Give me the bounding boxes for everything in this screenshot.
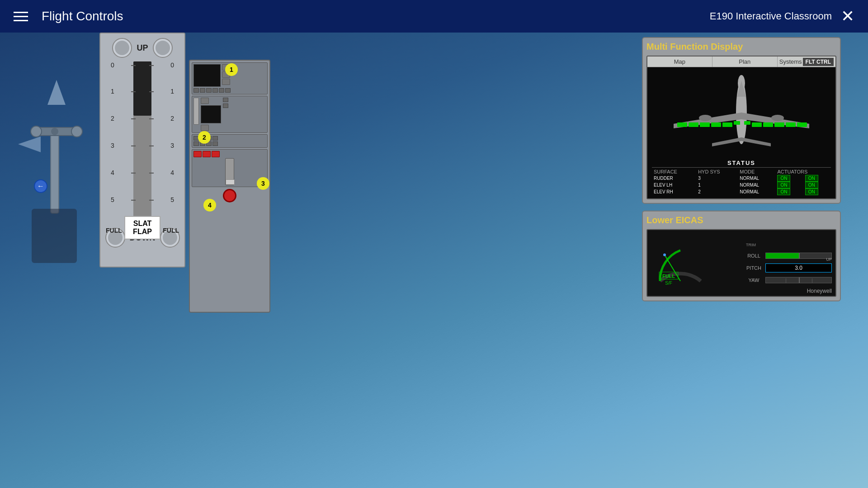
seat-structure: [32, 209, 77, 263]
displays-area: Multi Function Display Map Plan Systems …: [642, 37, 841, 301]
tick-2-left: [131, 118, 136, 119]
tick-5-left: [131, 200, 136, 201]
panel-section-4: [192, 149, 268, 187]
close-button[interactable]: ✕: [841, 8, 854, 24]
rudder-act2: ON: [805, 175, 818, 182]
yaw-bar: [765, 277, 832, 283]
flap-panel: UP 0 0 1 1 2: [99, 33, 185, 267]
status-table: SURFACE HYD SYS MODE ACTUATORS RUDDER 3: [652, 169, 831, 195]
panel-small-btn-5[interactable]: [219, 88, 224, 93]
panel-side-btn-1[interactable]: [223, 98, 228, 102]
trim-header-label: TRIM: [746, 243, 832, 247]
table-row: RUDDER 3 NORMAL ON ON: [652, 175, 831, 182]
header-left: Flight Controls: [14, 9, 123, 23]
elevlh-act1: ON: [777, 182, 790, 188]
elevlh-hyd: 1: [696, 182, 738, 188]
hamburger-menu[interactable]: [14, 12, 28, 21]
svg-rect-18: [711, 122, 721, 127]
marker-4: 4: [203, 199, 216, 211]
pitch-label: PITCH: [746, 265, 762, 271]
panel-red-btn-2[interactable]: [203, 151, 211, 157]
svg-rect-24: [774, 122, 784, 127]
mfd-title: Multi Function Display: [646, 42, 836, 52]
panel-small-btn-4[interactable]: [212, 88, 218, 93]
flap-scale: 0 0 1 1 2 2 3 3 4: [106, 61, 179, 224]
panel-small-btn-3[interactable]: [206, 88, 212, 93]
scale-0-right: 0: [170, 61, 174, 69]
full-right-label: FULL: [163, 227, 179, 234]
panel-bottom-slider[interactable]: [225, 158, 234, 185]
panel-emergency-btn[interactable]: [223, 189, 236, 202]
elevrh-hyd: 2: [696, 188, 738, 195]
tab-map[interactable]: Map: [647, 56, 712, 67]
elevrh-surface: ELEV RH: [652, 188, 696, 195]
eicas-screen: FULL S/F TRIM ROLL: [646, 229, 836, 297]
status-title: STATUS: [652, 160, 831, 168]
scale-1-left: 1: [111, 88, 114, 95]
panel-display-1: [193, 64, 221, 87]
tick-0-right: [149, 65, 154, 66]
rudder-surface: RUDDER: [652, 175, 696, 182]
svg-text:S/F: S/F: [665, 281, 672, 286]
panel-small-btn-1[interactable]: [193, 88, 199, 93]
svg-rect-17: [700, 122, 710, 127]
panel-fader-btn-2[interactable]: [201, 125, 209, 131]
slat-flap-label: SLAT FLAP: [124, 216, 160, 239]
tab-plan[interactable]: Plan: [712, 56, 778, 67]
scale-5-left: 5: [111, 196, 114, 203]
panel-mid-btn-5[interactable]: [193, 141, 199, 146]
scale-3-left: 3: [111, 142, 114, 149]
elevlh-mode: NORMAL: [738, 182, 775, 188]
panel-red-btn-1[interactable]: [193, 151, 202, 157]
panel-fader-btn-1[interactable]: [201, 98, 209, 104]
panel-red-btn-3[interactable]: [212, 151, 220, 157]
tab-systems[interactable]: Systems FLT CTRL: [778, 56, 835, 67]
classroom-label: E190 Interactive Classroom: [710, 10, 832, 22]
pitch-gauge: PITCH UP 3.0: [746, 263, 832, 272]
header-right: E190 Interactive Classroom ✕: [710, 8, 854, 24]
panel-small-btn-6[interactable]: [225, 88, 231, 93]
tick-1-left: [131, 91, 136, 92]
up-right-button[interactable]: [153, 38, 173, 58]
flap-handle[interactable]: [133, 61, 151, 116]
svg-point-36: [663, 253, 666, 256]
pitch-area: UP 3.0: [765, 263, 832, 272]
panel-switch-1[interactable]: [193, 98, 199, 125]
rudder-hyd: 3: [696, 175, 738, 182]
scale-0-left: 0: [111, 61, 114, 69]
svg-point-29: [699, 115, 712, 121]
rudder-mode: NORMAL: [738, 175, 775, 182]
flap-arc-svg: FULL S/F: [651, 236, 710, 290]
panel-mid-btn-8[interactable]: [212, 141, 218, 146]
up-left-button[interactable]: [112, 38, 132, 58]
roll-bar: [765, 253, 832, 259]
panel-section-2: [192, 96, 268, 133]
elevlh-act2: ON: [805, 182, 818, 188]
mfd-screen: Map Plan Systems FLT CTRL: [646, 56, 836, 199]
panel-btn-3[interactable]: [222, 79, 230, 85]
panel-mid-btn-4[interactable]: [212, 136, 218, 141]
tab-flt-ctrl[interactable]: FLT CTRL: [803, 58, 834, 66]
marker-2: 2: [198, 131, 211, 144]
aircraft-svg: [646, 67, 836, 158]
scale-3-right: 3: [170, 142, 174, 149]
trim-left-gauge: FULL S/F: [651, 236, 737, 290]
up-section: UP: [100, 33, 184, 58]
yaw-label: YAW: [746, 277, 762, 283]
tick-2-right: [149, 118, 154, 119]
mfd-content: STATUS SURFACE HYD SYS MODE ACTUATORS: [647, 67, 835, 198]
marker-3: 3: [257, 177, 269, 190]
scale-2-left: 2: [111, 115, 114, 122]
svg-rect-2: [51, 132, 59, 213]
eicas-title: Lower EICAS: [646, 215, 836, 225]
svg-point-30: [771, 115, 784, 121]
roll-bar-fill: [766, 253, 799, 258]
panel-side-btn-2[interactable]: [223, 103, 228, 108]
up-label: UP: [137, 43, 148, 53]
elevrh-mode: NORMAL: [738, 188, 775, 195]
tick-4-right: [149, 173, 154, 174]
tick-3-left: [131, 145, 136, 146]
panel-small-btn-2[interactable]: [200, 88, 205, 93]
eicas-panel: Lower EICAS FULL S/F: [642, 211, 841, 301]
svg-point-5: [71, 126, 82, 137]
